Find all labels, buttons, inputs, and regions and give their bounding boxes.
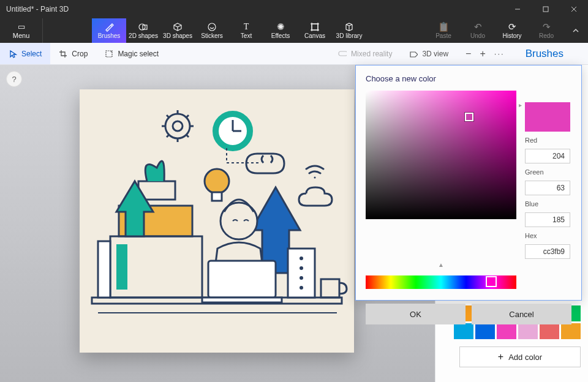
blue-input[interactable] bbox=[525, 212, 570, 227]
ribbon-undo[interactable]: ↶Undo bbox=[461, 18, 495, 43]
panel-title: Brushes bbox=[513, 48, 588, 60]
svg-rect-37 bbox=[208, 261, 276, 298]
illustration bbox=[80, 89, 354, 353]
blue-label: Blue bbox=[525, 200, 571, 208]
hex-label: Hex bbox=[525, 232, 571, 239]
zoom-out[interactable]: − bbox=[466, 48, 471, 59]
app-title: Untitled* - Paint 3D bbox=[6, 5, 69, 13]
cancel-button[interactable]: Cancel bbox=[472, 304, 571, 324]
menu-icon: ▭ bbox=[18, 22, 25, 31]
add-color-button[interactable]: + Add color bbox=[459, 346, 581, 367]
svg-rect-13 bbox=[339, 51, 347, 56]
minimize-button[interactable] bbox=[503, 0, 532, 18]
ribbon-text[interactable]: T Text bbox=[229, 18, 263, 43]
canvas-icon bbox=[310, 22, 320, 32]
shapes-2d-icon bbox=[138, 22, 148, 32]
sub-toolbar: Select Crop Magic select Mixed reality 3… bbox=[0, 43, 588, 65]
effects-icon: ✺ bbox=[277, 22, 285, 32]
library-3d-icon bbox=[344, 22, 354, 32]
menu-button[interactable]: ▭ Menu bbox=[0, 18, 43, 43]
ribbon: ▭ Menu Brushes 2D shapes 3D shapes Stick… bbox=[0, 18, 588, 43]
color-swatch[interactable] bbox=[497, 323, 516, 339]
svg-rect-7 bbox=[312, 24, 318, 30]
zoom-in[interactable]: + bbox=[480, 48, 485, 59]
redo-icon: ↷ bbox=[543, 22, 551, 32]
red-label: Red bbox=[525, 137, 571, 144]
select-tool[interactable]: Select bbox=[0, 43, 50, 64]
svg-rect-38 bbox=[202, 298, 282, 302]
svg-rect-19 bbox=[116, 244, 127, 290]
hue-slider[interactable] bbox=[366, 275, 516, 289]
svg-rect-39 bbox=[98, 241, 110, 298]
svg-point-34 bbox=[205, 169, 229, 193]
svg-rect-40 bbox=[288, 249, 315, 298]
svg-point-43 bbox=[300, 276, 303, 280]
color-swatch[interactable] bbox=[518, 323, 538, 339]
ribbon-3d-shapes[interactable]: 3D shapes bbox=[160, 18, 195, 43]
plus-icon: + bbox=[498, 351, 503, 362]
mixed-reality-icon bbox=[338, 50, 347, 58]
stickers-icon bbox=[207, 22, 217, 32]
triangle-right-icon: ▸ bbox=[519, 102, 565, 108]
ok-button[interactable]: OK bbox=[366, 304, 466, 324]
text-icon: T bbox=[244, 22, 249, 32]
ribbon-effects[interactable]: ✺ Effects bbox=[263, 18, 298, 43]
undo-icon: ↶ bbox=[474, 22, 482, 32]
dialog-title: Choose a new color bbox=[366, 74, 571, 83]
3d-view-tool[interactable]: 3D view bbox=[401, 43, 457, 64]
ribbon-3d-library[interactable]: 3D library bbox=[332, 18, 366, 43]
help-button[interactable]: ? bbox=[6, 71, 22, 87]
svg-point-6 bbox=[208, 23, 216, 31]
crop-icon bbox=[59, 50, 67, 58]
color-swatch[interactable] bbox=[561, 323, 581, 339]
red-input[interactable] bbox=[525, 149, 570, 163]
ribbon-history[interactable]: ⟳History bbox=[495, 18, 529, 43]
history-icon: ⟳ bbox=[508, 22, 516, 32]
ribbon-paste[interactable]: 📋Paste bbox=[426, 18, 461, 43]
paste-icon: 📋 bbox=[438, 22, 450, 32]
ribbon-redo[interactable]: ↷Redo bbox=[529, 18, 564, 43]
green-label: Green bbox=[525, 168, 571, 176]
ribbon-stickers[interactable]: Stickers bbox=[195, 18, 229, 43]
magic-select-tool[interactable]: Magic select bbox=[96, 43, 167, 64]
sv-cursor[interactable] bbox=[465, 113, 473, 121]
brush-icon bbox=[104, 22, 114, 32]
hex-input[interactable] bbox=[525, 244, 570, 259]
canvas-artwork[interactable] bbox=[80, 89, 354, 353]
cursor-icon bbox=[9, 50, 17, 58]
magic-select-icon bbox=[105, 50, 113, 58]
shapes-3d-icon bbox=[173, 22, 183, 32]
color-picker-dialog: Choose a new color ▸ Red Green Blue Hex … bbox=[355, 65, 582, 301]
view-3d-icon bbox=[409, 50, 418, 58]
ribbon-brushes[interactable]: Brushes bbox=[92, 18, 126, 43]
mixed-reality-tool[interactable]: Mixed reality bbox=[330, 43, 401, 64]
close-button[interactable] bbox=[560, 0, 588, 18]
title-bar: Untitled* - Paint 3D bbox=[0, 0, 588, 18]
svg-rect-35 bbox=[212, 192, 222, 201]
menu-label: Menu bbox=[13, 32, 30, 39]
more-options[interactable]: ··· bbox=[494, 49, 505, 58]
ribbon-2d-shapes[interactable]: 2D shapes bbox=[126, 18, 160, 43]
hue-pointer-icon: ▲ bbox=[438, 261, 443, 268]
color-swatch[interactable] bbox=[454, 323, 473, 339]
hue-cursor[interactable] bbox=[486, 276, 497, 287]
saturation-value-box[interactable] bbox=[366, 91, 516, 219]
ribbon-canvas[interactable]: Canvas bbox=[298, 18, 332, 43]
green-input[interactable] bbox=[525, 181, 570, 195]
color-swatch[interactable] bbox=[540, 323, 559, 339]
color-swatch[interactable] bbox=[475, 323, 495, 339]
svg-point-44 bbox=[300, 286, 303, 290]
svg-point-42 bbox=[300, 266, 303, 270]
svg-point-41 bbox=[300, 257, 303, 260]
svg-rect-1 bbox=[543, 7, 548, 12]
collapse-ribbon[interactable] bbox=[564, 18, 588, 43]
crop-tool[interactable]: Crop bbox=[50, 43, 96, 64]
maximize-button[interactable] bbox=[532, 0, 560, 18]
